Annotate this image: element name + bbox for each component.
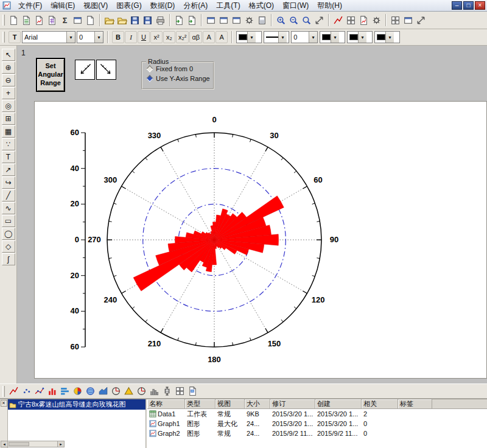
increase-font-button[interactable]: A [203,31,215,43]
pie-chart-icon[interactable] [71,385,84,398]
italic-button[interactable]: I [125,31,137,43]
menu-analysis[interactable]: 分析(A) [179,0,212,12]
chevron-down-icon[interactable]: ▾ [247,32,256,43]
subscript-button[interactable]: x₂ [163,31,175,43]
project-explorer-icon[interactable] [205,13,217,27]
fit-page-icon[interactable] [313,13,326,27]
open-template-icon[interactable] [116,13,128,27]
toolbar-grip[interactable] [2,386,5,397]
new-function-icon[interactable] [58,13,71,27]
line-plot-icon[interactable] [7,385,20,398]
chevron-down-icon[interactable]: ▾ [385,32,394,43]
import-file-icon[interactable] [186,13,198,27]
new-notes-icon[interactable] [84,13,97,27]
angle-from-90-button[interactable] [96,60,116,80]
whole-page-icon[interactable] [300,13,313,27]
rose-chart[interactable]: 0306090120150180210240270300330604020020… [34,101,487,379]
angle-from-0-button[interactable] [75,60,95,80]
column-header-5[interactable]: 创建 [315,399,362,408]
column-header-6[interactable]: 相关 [362,399,398,408]
smith-chart-icon[interactable] [135,385,148,398]
column-header-4[interactable]: 修订 [270,399,315,408]
graph-window-icon[interactable] [2,1,12,10]
column-header-3[interactable]: 大小 [245,399,270,408]
chevron-down-icon[interactable]: ▾ [309,32,317,43]
scroll-thumb[interactable] [9,442,29,446]
line-width-combo[interactable]: 0▾ [291,31,318,43]
fill-color-combo[interactable]: ▾ [320,31,345,43]
decrease-font-button[interactable]: A [215,31,228,43]
supersubscript-button[interactable]: x₂² [176,31,189,43]
duplicate-graph-icon[interactable] [357,13,370,27]
options-icon[interactable] [370,13,383,27]
border-color-combo[interactable]: ▾ [347,31,373,43]
rectangle-tool[interactable]: ▭ [2,215,15,227]
menu-data[interactable]: 数据(D) [146,0,180,12]
radius-option-0[interactable]: Fixed from 0 [147,65,213,72]
menu-file[interactable]: 文件(F) [14,0,46,12]
menu-edit[interactable]: 编辑(E) [46,0,79,12]
layer-manager-icon[interactable] [345,13,357,27]
restore-button[interactable]: □ [463,1,474,10]
project-item-row[interactable]: Graph1图形最大化24...2015/3/20 1...2015/3/20 … [147,419,487,429]
line-symbol-plot-icon[interactable] [33,385,46,398]
calculator-icon[interactable] [256,13,268,27]
text-tool[interactable]: T [2,151,15,163]
radius-option-1[interactable]: Use Y-Axis Range [147,75,213,82]
toolbar-grip[interactable] [2,15,5,26]
chevron-down-icon[interactable]: ▾ [66,32,75,43]
box-chart-icon[interactable] [161,385,173,398]
polygon-tool[interactable]: ◇ [2,240,15,253]
bold-button[interactable]: B [112,31,124,43]
close-panel-button[interactable]: × [1,400,7,407]
pan-tool[interactable]: + [2,87,15,99]
scroll-right-button[interactable]: ▸ [57,441,64,447]
rescale-icon[interactable] [332,13,345,27]
font-family-combo[interactable]: Arial ▾ [22,31,75,43]
code-builder-icon[interactable] [243,13,256,27]
multi-panel-plot-icon[interactable] [173,385,186,398]
template-library-icon[interactable] [186,385,199,398]
scatter-plot-icon[interactable] [20,385,33,398]
menu-graph[interactable]: 图表(G) [112,0,145,12]
font-size-combo[interactable]: 0 ▾ [77,31,103,43]
sphere-plot-icon[interactable] [84,385,97,398]
polyline-tool[interactable]: ∿ [2,202,15,214]
menu-window[interactable]: 窗口(W) [278,0,313,12]
screen-reader-tool[interactable]: ◎ [2,100,15,112]
underline-button[interactable]: U [138,31,150,43]
zoom-in-tool[interactable]: ⊕ [2,61,15,74]
arrow-tool[interactable]: ↗ [2,164,15,176]
curved-arrow-tool[interactable]: ↪ [2,177,15,189]
new-layout-icon[interactable] [71,13,84,27]
chevron-down-icon[interactable]: ▾ [358,32,366,43]
menu-view[interactable]: 视图(V) [79,0,112,12]
zoom-in-icon[interactable] [275,13,287,27]
chevron-down-icon[interactable]: ▾ [278,32,287,43]
project-item-row[interactable]: Graph2图形常规24...2015/9/2 11...2015/9/2 11… [147,429,487,438]
menu-format[interactable]: 格式(O) [245,0,278,12]
command-window-icon[interactable] [230,13,243,27]
circle-tool[interactable]: ◯ [2,228,15,240]
column-header-7[interactable]: 标签 [398,399,432,408]
menu-tools[interactable]: 工具(T) [212,0,244,12]
column-header-0[interactable]: 名称 [147,399,185,408]
mask-tool[interactable]: ∵ [2,138,15,150]
new-workbook-icon[interactable] [20,13,33,27]
minimize-button[interactable]: – [452,1,462,10]
results-log-icon[interactable] [217,13,230,27]
open-project-icon[interactable] [103,13,116,27]
cascade-windows-icon[interactable] [402,13,415,27]
project-item-row[interactable]: Data1工作表常规9KB2015/3/20 1...2015/3/20 1..… [147,409,487,419]
superscript-button[interactable]: x² [150,31,163,43]
freehand-tool[interactable]: ʃ [2,253,15,265]
project-folder-selected[interactable]: 宁古8x雾迷山组高导缝走向玫瑰花图 [8,399,145,410]
font-tool-button[interactable]: T [9,31,21,43]
zoom-out-tool[interactable]: ⊖ [2,74,15,86]
bar-plot-icon[interactable] [58,385,71,398]
polar-plot-icon[interactable] [110,385,122,398]
chevron-down-icon[interactable]: ▾ [331,32,339,43]
close-button[interactable]: × [475,1,485,10]
pointer-tool[interactable]: ↖ [2,49,15,61]
set-angular-range-button[interactable]: Set Angular Range [36,58,65,92]
